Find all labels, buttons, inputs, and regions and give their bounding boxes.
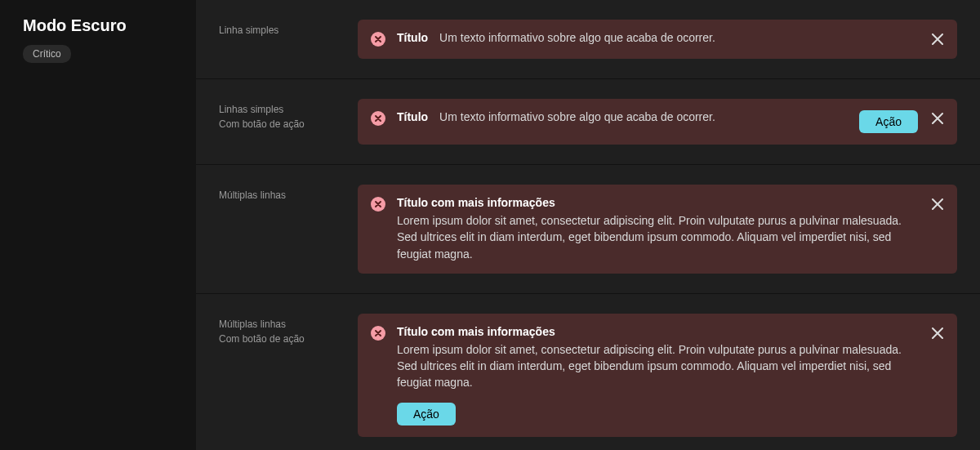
alert-body: Título com mais informações Lorem ipsum … xyxy=(397,325,918,425)
alert-title: Título com mais informações xyxy=(397,196,918,209)
row-label: Linhas simples Com botão de ação xyxy=(219,99,358,131)
error-circle-icon xyxy=(371,197,385,212)
example-row: Linha simples Título Um texto informativ… xyxy=(196,0,980,79)
page-title: Modo Escuro xyxy=(23,16,196,35)
alert-title: Título xyxy=(397,110,428,123)
row-label-line: Com botão de ação xyxy=(219,117,358,131)
alert-title: Título xyxy=(397,31,428,44)
alert-body: Título com mais informações Lorem ipsum … xyxy=(397,196,918,262)
error-circle-icon xyxy=(371,111,385,126)
alert-text: Um texto informativo sobre algo que acab… xyxy=(439,31,715,44)
row-label-line: Com botão de ação xyxy=(219,332,358,346)
alert-title: Título com mais informações xyxy=(397,325,918,338)
status-badge: Crítico xyxy=(23,45,71,63)
error-circle-icon xyxy=(371,32,385,47)
example-row: Múltiplas linhas Título com mais informa… xyxy=(196,165,980,294)
alert-critical: Título Um texto informativo sobre algo q… xyxy=(358,99,957,145)
action-button[interactable]: Ação xyxy=(397,403,456,425)
row-label-line: Múltiplas linhas xyxy=(219,317,358,332)
row-label-line: Linha simples xyxy=(219,23,358,38)
row-label: Múltiplas linhas xyxy=(219,185,358,203)
alert-critical: Título com mais informações Lorem ipsum … xyxy=(358,185,957,274)
alert-text: Um texto informativo sobre algo que acab… xyxy=(439,110,715,123)
example-row: Linhas simples Com botão de ação Título … xyxy=(196,79,980,165)
example-row: Múltiplas linhas Com botão de ação Títul… xyxy=(196,294,980,450)
main-content: Linha simples Título Um texto informativ… xyxy=(196,0,980,450)
row-label-line: Linhas simples xyxy=(219,102,358,117)
alert-text: Lorem ipsum dolor sit amet, consectetur … xyxy=(397,212,918,262)
alert-critical: Título Um texto informativo sobre algo q… xyxy=(358,20,957,59)
row-label: Linha simples xyxy=(219,20,358,38)
row-label: Múltiplas linhas Com botão de ação xyxy=(219,314,358,346)
sidebar: Modo Escuro Crítico xyxy=(0,0,196,450)
alert-body: Título Um texto informativo sobre algo q… xyxy=(397,31,918,44)
alert-actions: Ação xyxy=(397,403,918,425)
close-icon[interactable] xyxy=(929,110,946,127)
close-icon[interactable] xyxy=(929,325,946,341)
alert-text: Lorem ipsum dolor sit amet, consectetur … xyxy=(397,341,918,391)
alert-critical: Título com mais informações Lorem ipsum … xyxy=(358,314,957,437)
row-label-line: Múltiplas linhas xyxy=(219,188,358,203)
error-circle-icon xyxy=(371,326,385,341)
alert-body: Título Um texto informativo sobre algo q… xyxy=(397,110,848,123)
close-icon[interactable] xyxy=(929,196,946,212)
close-icon[interactable] xyxy=(929,31,946,47)
action-button[interactable]: Ação xyxy=(859,110,918,133)
